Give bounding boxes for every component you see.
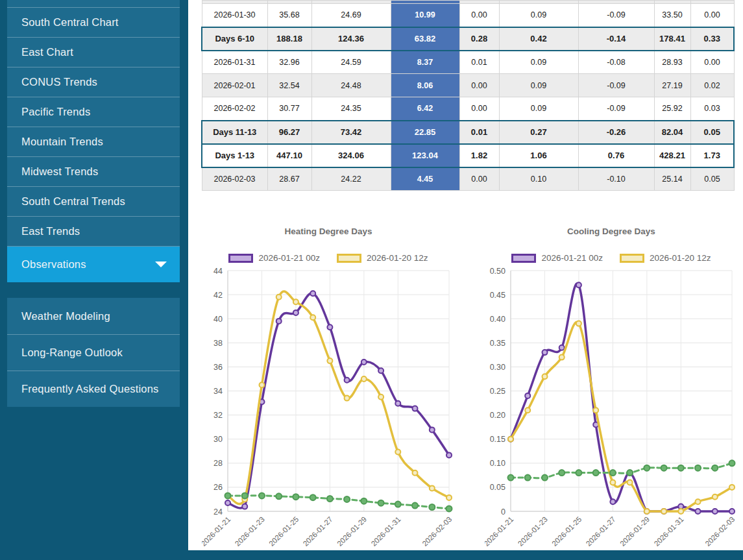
- value-cell: 0.10: [499, 167, 578, 191]
- legend-label: 2026-01-21 00z: [258, 253, 320, 263]
- cdd-chart: Cooling Degree Days 2026-01-21 00z2026-0…: [485, 226, 738, 550]
- value-cell: 0.00: [459, 74, 499, 97]
- value-cell: -0.08: [578, 51, 654, 74]
- value-cell: 32.54: [267, 74, 311, 97]
- value-cell: 1.73: [690, 144, 734, 167]
- y-tick-label: 0: [501, 507, 505, 517]
- value-cell: 0.00: [690, 51, 734, 74]
- y-tick-label: 0.30: [490, 363, 505, 372]
- row-label-cell: 2026-02-02: [202, 97, 267, 121]
- value-cell: 28.93: [654, 51, 690, 74]
- sidebar-item-east-trends[interactable]: East Trends: [7, 216, 180, 246]
- sidebar-item-east-chart[interactable]: East Chart: [7, 37, 180, 67]
- sidebar-item-label: South Central Chart: [21, 16, 119, 29]
- summary-row: Days 6-10188.18124.3663.820.280.42-0.141…: [202, 27, 734, 51]
- legend-item-2026-01-20-12z[interactable]: 2026-01-20 12z: [620, 253, 711, 263]
- y-tick-label: 38: [213, 339, 223, 348]
- main-content: 2026-01-3035.6824.6910.990.000.09-0.0933…: [188, 0, 743, 550]
- content-row: South Central ChartEast ChartCONUS Trend…: [0, 0, 743, 550]
- value-cell: 24.35: [311, 97, 391, 121]
- value-cell: 0.01: [459, 51, 499, 74]
- sidebar-item-label: Observations: [21, 258, 86, 271]
- sidebar: South Central ChartEast ChartCONUS Trend…: [0, 0, 188, 550]
- value-cell: 0.09: [499, 74, 578, 97]
- sidebar-item-label: Long-Range Outlook: [21, 347, 123, 359]
- hdd-chart-title: Heating Degree Days: [202, 226, 455, 239]
- y-tick-label: 0.50: [490, 267, 505, 276]
- sidebar-item-label: CONUS Trends: [21, 76, 97, 88]
- x-tick-label: 2026-01-29: [618, 515, 651, 548]
- sidebar-item-partial: [7, 0, 180, 7]
- x-tick-label: 2026-01-31: [653, 515, 685, 548]
- value-cell: 96.27: [267, 121, 311, 144]
- y-tick-label: 24: [213, 507, 223, 517]
- value-cell: -0.09: [578, 97, 654, 121]
- y-tick-label: 0.40: [490, 315, 505, 324]
- value-cell: 24.48: [311, 74, 391, 97]
- value-cell: 447.10: [267, 144, 311, 167]
- heating-degree-days-plot: 44424038363432302826242026-01-212026-01-…: [202, 265, 455, 550]
- sidebar-item-long-range-outlook[interactable]: Long-Range Outlook: [7, 334, 180, 371]
- row-label-cell: Days 1-13: [202, 144, 267, 167]
- sidebar-item-label: East Trends: [21, 225, 80, 237]
- value-cell: 0.09: [499, 51, 578, 74]
- value-cell: 73.42: [311, 121, 391, 144]
- sidebar-item-midwest-trends[interactable]: Midwest Trends: [7, 156, 180, 186]
- legend-label: 2026-01-20 12z: [650, 253, 711, 263]
- row-label-cell: 2026-02-01: [202, 74, 267, 97]
- value-cell: 124.36: [311, 27, 391, 51]
- footer-bar: [0, 550, 743, 560]
- value-cell: 30.77: [267, 97, 311, 121]
- hdd-plot-mount: 44424038363432302826242026-01-212026-01-…: [202, 265, 455, 550]
- sidebar-item-label: Midwest Trends: [21, 165, 98, 178]
- sidebar-item-mountain-trends[interactable]: Mountain Trends: [7, 127, 180, 156]
- sidebar-nav-primary: South Central ChartEast ChartCONUS Trend…: [7, 7, 180, 282]
- sidebar-item-label: Frequently Asked Questions: [21, 383, 159, 395]
- y-tick-label: 40: [213, 315, 223, 324]
- sidebar-item-weather-modeling[interactable]: Weather Modeling: [7, 298, 180, 334]
- y-tick-label: 34: [213, 387, 223, 396]
- sidebar-item-label: East Chart: [21, 46, 73, 58]
- row-label-cell: 2026-01-30: [202, 4, 267, 27]
- value-cell: 24.59: [311, 51, 391, 74]
- value-cell: 1.06: [499, 144, 578, 167]
- value-cell: 0.00: [459, 97, 499, 121]
- sidebar-item-south-central-chart[interactable]: South Central Chart: [7, 7, 180, 37]
- value-cell: -0.26: [578, 121, 654, 144]
- y-tick-label: 26: [213, 483, 223, 492]
- legend-item-2026-01-21-00z[interactable]: 2026-01-21 00z: [511, 253, 603, 263]
- x-tick-label: 2026-01-25: [267, 515, 300, 548]
- value-cell: 0.00: [459, 4, 499, 27]
- sidebar-item-conus-trends[interactable]: CONUS Trends: [7, 67, 180, 97]
- value-cell: 0.00: [690, 4, 734, 27]
- value-cell: 82.04: [654, 121, 690, 144]
- legend-label: 2026-01-21 00z: [541, 253, 603, 263]
- value-cell: 0.05: [690, 121, 734, 144]
- legend-item-2026-01-20-12z[interactable]: 2026-01-20 12z: [337, 253, 428, 263]
- sidebar-item-south-central-trends[interactable]: South Central Trends: [7, 186, 180, 216]
- x-tick-label: 2026-01-27: [585, 515, 617, 548]
- value-cell: 1.82: [459, 144, 499, 167]
- y-tick-label: 0.35: [490, 339, 505, 348]
- value-cell: 6.42: [391, 97, 459, 121]
- sidebar-item-pacific-trends[interactable]: Pacific Trends: [7, 97, 180, 127]
- x-tick-label: 2026-02-03: [703, 515, 736, 548]
- degree-days-table: 2026-01-3035.6824.6910.990.000.09-0.0933…: [201, 0, 735, 191]
- sidebar-item-frequently-asked-questions[interactable]: Frequently Asked Questions: [7, 371, 180, 407]
- value-cell: -0.10: [578, 167, 654, 191]
- legend-label: 2026-01-20 12z: [367, 253, 428, 263]
- value-cell: 4.45: [391, 167, 459, 191]
- value-cell: 0.01: [459, 121, 499, 144]
- sidebar-item-observations[interactable]: Observations: [7, 246, 180, 282]
- y-tick-label: 36: [213, 363, 223, 372]
- value-cell: 0.00: [459, 167, 499, 191]
- app-root: South Central ChartEast ChartCONUS Trend…: [0, 0, 743, 560]
- table-row: 2026-02-0230.7724.356.420.000.09-0.0925.…: [202, 97, 734, 121]
- summary-row: Days 11-1396.2773.4222.850.010.27-0.2682…: [202, 121, 734, 144]
- y-tick-label: 0.05: [490, 483, 505, 492]
- y-tick-label: 0.15: [490, 435, 505, 444]
- legend-item-2026-01-21-00z[interactable]: 2026-01-21 00z: [228, 253, 320, 263]
- sidebar-item-label: South Central Trends: [21, 195, 125, 208]
- value-cell: 0.09: [499, 4, 578, 27]
- legend-swatch: [337, 254, 361, 263]
